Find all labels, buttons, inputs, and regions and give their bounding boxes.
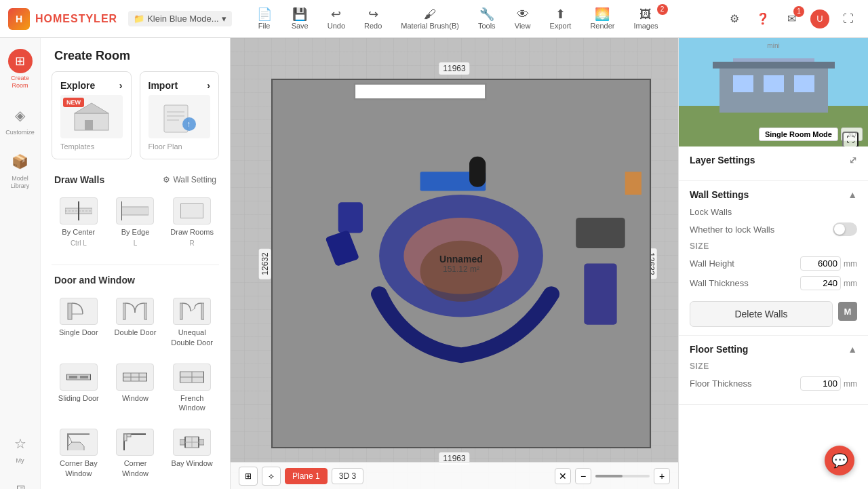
save-icon: 💾 (292, 8, 307, 20)
by-center-icon (60, 197, 98, 224)
wall-thickness-input[interactable] (800, 276, 841, 290)
save-button[interactable]: 💾 Save (283, 5, 317, 33)
svg-rect-12 (121, 207, 149, 215)
view-label: View (515, 22, 531, 30)
import-label: Import (149, 80, 178, 91)
lock-walls-toggle[interactable] (833, 222, 857, 236)
delete-walls-button[interactable]: Delete Walls (690, 301, 833, 327)
svg-rect-59 (576, 218, 625, 248)
sidebar-title: Create Room (41, 38, 230, 71)
sliding-door-button[interactable]: Sliding Door (52, 357, 106, 420)
close-canvas-button[interactable]: ✕ (555, 468, 571, 484)
wall-height-label: Wall Height (690, 258, 734, 269)
room-label: Unnamed 151.12 m² (439, 254, 483, 274)
render-button[interactable]: 🌅 Render (582, 5, 623, 33)
fullscreen-button[interactable]: ⛶ (837, 7, 860, 31)
tools-button[interactable]: 🔧 Tools (470, 5, 504, 33)
corner-window-button[interactable]: Corner Window (108, 422, 163, 485)
single-door-button[interactable]: Single Door (52, 291, 106, 354)
svg-rect-53 (355, 84, 486, 100)
my-nav[interactable]: ☆ My (5, 426, 35, 470)
svg-rect-62 (469, 157, 486, 187)
customize-nav[interactable]: ◈ Customize (3, 98, 37, 142)
door-window-title: Door and Window (54, 275, 135, 286)
redo-button[interactable]: ↪ Redo (356, 5, 390, 33)
corner-bay-window-button[interactable]: Corner Bay Window (52, 422, 106, 485)
expand-preview-button[interactable]: ⛶ (842, 132, 859, 146)
zoom-in-button[interactable]: + (654, 468, 670, 484)
unequal-double-door-button[interactable]: Unequal Double Door (165, 291, 219, 354)
file-icon: 📄 (257, 8, 272, 20)
wall-height-row: Wall Height mm (690, 256, 857, 271)
window-label: Window (122, 393, 149, 403)
file-button[interactable]: 📄 File (248, 5, 281, 33)
floor-plan[interactable]: Unnamed 151.12 m² (271, 79, 651, 448)
wall-height-input[interactable] (800, 256, 841, 271)
m-badge: M (838, 302, 857, 321)
view-icon: 👁 (517, 8, 529, 20)
render-label: Render (590, 22, 614, 30)
redo-icon: ↪ (368, 8, 378, 20)
ai-chat-button[interactable]: 💬 (825, 446, 854, 475)
draw-rooms-icon (173, 197, 211, 224)
collapse-floor-icon[interactable]: ▲ (848, 344, 857, 355)
grid-toggle-button[interactable]: ⊞ (239, 467, 258, 486)
images-label: Images (633, 22, 658, 30)
bay-window-icon (173, 429, 211, 456)
toolbar-right: ⚙ ❓ ✉ 1 U ⛶ (723, 7, 860, 31)
corner-window-icon (116, 429, 154, 456)
expand-layer-icon[interactable]: ⤢ (849, 155, 857, 165)
settings-button[interactable]: ⚙ (723, 7, 746, 31)
svg-rect-15 (181, 204, 203, 218)
delete-walls-label: Delete Walls (734, 309, 787, 319)
double-door-button[interactable]: Double Door (108, 291, 163, 354)
export-button[interactable]: ⬆ Export (542, 5, 580, 33)
wall-setting-label: Wall Setting (173, 175, 216, 184)
create-room-nav[interactable]: ⊞ Create Room (0, 43, 40, 95)
right-sidebar: mini Single Room Mode 3D ⛶ Layer Setting… (678, 38, 868, 489)
tools-label: Tools (478, 22, 496, 30)
snap-button[interactable]: ⟡ (262, 467, 281, 486)
plane-1-tab[interactable]: Plane 1 (285, 468, 328, 484)
toolbar: H HOMESTYLER 📁 Klein Blue Mode... ▾ 📄 Fi… (0, 0, 868, 38)
floor-thickness-input[interactable] (800, 376, 841, 391)
plane-3d-tab[interactable]: 3D 3 (332, 468, 363, 484)
help-button[interactable]: ❓ (751, 7, 774, 31)
by-edge-button[interactable]: By Edge L (108, 191, 163, 254)
import-option[interactable]: Import › ↑ (140, 71, 220, 159)
explore-label: Explore (60, 80, 95, 91)
material-brush-button[interactable]: 🖌 Material Brush(B) (393, 5, 467, 33)
floor-thickness-row: Floor Thickness mm (690, 376, 857, 391)
collapse-wall-icon[interactable]: ▲ (848, 189, 857, 200)
zoom-slider[interactable] (595, 475, 650, 477)
by-center-button[interactable]: By Center Ctrl L (52, 191, 106, 254)
main-content: ⊞ Create Room ◈ Customize 📦 Model Librar… (0, 38, 868, 489)
customize-strip-label: Customize (5, 129, 35, 136)
undo-button[interactable]: ↩ Undo (319, 5, 353, 33)
images-button[interactable]: 🖼 Images 2 (625, 5, 666, 33)
draw-rooms-button[interactable]: Draw Rooms R (165, 191, 219, 254)
redo-label: Redo (364, 22, 382, 30)
project-name[interactable]: 📁 Klein Blue Mode... ▾ (128, 11, 232, 26)
double-door-icon (116, 298, 154, 325)
view-button[interactable]: 👁 View (507, 5, 539, 33)
single-room-mode-button[interactable]: Single Room Mode (759, 128, 838, 141)
explore-arrow: › (119, 80, 123, 91)
explore-option[interactable]: Explore › NEW Templates (52, 71, 132, 159)
images-icon: 🖼 (639, 8, 652, 20)
zoom-out-button[interactable]: − (575, 468, 591, 484)
notifications-button[interactable]: ✉ 1 (780, 7, 803, 31)
floor-settings-header: Floor Setting ▲ (690, 344, 857, 355)
french-window-label: French Window (169, 393, 215, 413)
draw-walls-title: Draw Walls (54, 174, 104, 185)
svg-rect-63 (625, 172, 642, 195)
model-library-nav[interactable]: 📦 Model Library (0, 144, 40, 195)
canvas-background[interactable]: N 11963 12632 12632 11963 (231, 38, 678, 489)
avatar-button[interactable]: U (808, 7, 831, 31)
window-button[interactable]: Window (108, 357, 163, 420)
desktop-nav[interactable]: 🖥 Desktop (5, 473, 35, 489)
wall-setting-button[interactable]: ⚙ Wall Setting (163, 175, 216, 184)
canvas-bottom-left: ⊞ ⟡ Plane 1 3D 3 (239, 467, 363, 486)
bay-window-button[interactable]: Bay Window (165, 422, 219, 485)
french-window-button[interactable]: French Window (165, 357, 219, 420)
